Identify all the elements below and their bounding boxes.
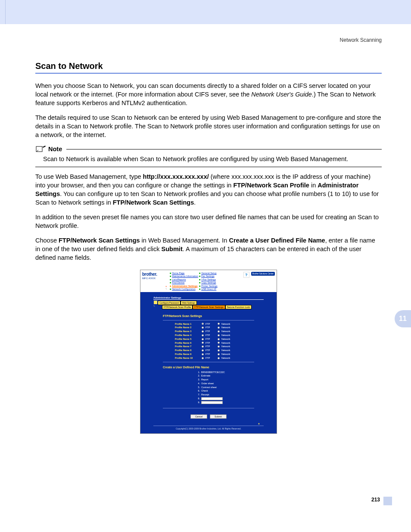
filename-number: 3. <box>196 378 200 382</box>
ftp-radio[interactable] <box>202 338 204 340</box>
network-radio[interactable] <box>218 323 220 325</box>
ftp-radio[interactable] <box>202 327 204 329</box>
chapter-tab: 11 <box>395 310 411 327</box>
nav-link[interactable]: Copy Settings <box>201 281 216 284</box>
paragraph-4: In addition to the seven preset file nam… <box>35 213 382 230</box>
nav-link[interactable]: USB Direct I/F <box>201 288 216 291</box>
nav-link[interactable]: Lists/Reports <box>172 278 186 281</box>
nav-link[interactable]: Administrator Settings <box>172 285 197 288</box>
ftp-radio[interactable] <box>202 353 204 355</box>
paragraph-3: To use Web Based Management, type http:/… <box>35 172 382 207</box>
network-radio[interactable] <box>218 334 220 336</box>
submit-button[interactable]: Submit <box>210 414 227 419</box>
bullet-icon: ■ <box>199 281 200 284</box>
copyright-footer: Copyright(C) 2000-2009 Brother Industrie… <box>153 426 264 430</box>
page-number-accent <box>383 497 392 505</box>
paragraph-2: The details required to use Scan to Netw… <box>35 113 382 139</box>
tab[interactable]: Configure Password <box>158 301 181 305</box>
profile-name-label: Profile Name 5 <box>175 337 200 341</box>
web-management-screenshot: brother. MFC-XXXX ■Home Page■Maintenance… <box>140 270 277 434</box>
profile-name-label: Profile Name 3 <box>175 330 200 333</box>
nav-link[interactable]: Maintenance Information <box>172 275 198 278</box>
nav-link[interactable]: I-Fax Settings <box>201 278 216 281</box>
user-filename-input[interactable] <box>201 401 223 404</box>
nav-link[interactable]: Home Page <box>172 272 184 275</box>
preset-filename: Estimate <box>201 374 210 378</box>
bullet-icon: ■ <box>199 288 200 291</box>
network-radio[interactable] <box>218 357 220 359</box>
preset-filename: Contract sheet <box>201 386 217 389</box>
admin-settings-heading: Administrator Settings <box>153 296 264 300</box>
network-radio-label: Network <box>221 337 230 341</box>
ftp-radio[interactable] <box>202 323 204 325</box>
network-radio[interactable] <box>218 349 220 352</box>
network-radio[interactable] <box>218 338 220 340</box>
profile-name-label: Profile Name 6 <box>175 341 200 345</box>
cancel-button[interactable]: Cancel <box>190 414 207 419</box>
ftp-radio-label: FTP <box>206 326 216 330</box>
tree-icon <box>153 301 158 304</box>
sub-tab[interactable]: Secure Function Lock <box>225 305 252 309</box>
bullet-icon: ■ <box>199 275 200 278</box>
profile-name-label: Profile Name 7 <box>175 345 200 348</box>
bullet-icon: ■ <box>170 281 171 284</box>
brother-logo: brother. <box>142 272 165 277</box>
bullet-icon: ■ <box>199 272 200 275</box>
network-radio[interactable] <box>218 345 220 348</box>
filename-number: 4. <box>196 382 200 386</box>
note-title: Note <box>48 146 65 152</box>
note-block: Note Scan to Network is available when S… <box>35 145 382 167</box>
profile-name-label: Profile Name 9 <box>175 352 200 356</box>
tab[interactable]: Web Settings <box>181 301 197 305</box>
network-radio-label: Network <box>221 322 230 326</box>
nav-link[interactable]: General Setup <box>201 272 216 275</box>
filename-number: 6. <box>196 389 200 393</box>
ftp-radio[interactable] <box>202 349 204 352</box>
ftp-radio[interactable] <box>202 357 204 359</box>
network-radio-label: Network <box>221 330 230 333</box>
preset-filename: BRN0080077CEC22C <box>201 370 225 374</box>
sub-tab[interactable]: FTP/Network Scan Profile <box>162 305 193 309</box>
network-radio-label: Network <box>221 356 230 360</box>
preset-filename: Order sheet <box>201 382 214 386</box>
bullet-icon: ■ <box>170 278 171 281</box>
network-radio-label: Network <box>221 333 230 337</box>
scroll-top-icon[interactable]: ▲ <box>153 422 260 425</box>
nav-link[interactable]: Printer Settings <box>201 285 218 288</box>
network-radio[interactable] <box>218 353 220 355</box>
page-title: Scan to Network <box>35 61 382 71</box>
bullet-icon: ■ <box>170 285 171 288</box>
profile-name-label: Profile Name 10 <box>175 356 200 360</box>
bullet-icon: ■ <box>170 272 171 275</box>
ftp-radio-label: FTP <box>206 356 216 360</box>
sub-tab[interactable]: FTP/Network Scan Settings <box>193 305 225 309</box>
ftp-radio[interactable] <box>202 342 204 344</box>
bullet-icon: ■ <box>199 285 200 288</box>
ftp-radio[interactable] <box>202 330 204 333</box>
ftp-radio[interactable] <box>202 334 204 336</box>
network-radio-label: Network <box>221 348 230 352</box>
user-filename-input[interactable] <box>201 397 223 400</box>
filename-number: 9. <box>196 401 200 404</box>
help-icon[interactable]: ? <box>243 272 249 278</box>
filename-number: 2. <box>196 374 200 378</box>
nav-link[interactable]: Network Configuration <box>172 288 195 291</box>
profile-name-label: Profile Name 8 <box>175 348 200 352</box>
running-header: Network Scanning <box>35 37 382 43</box>
title-rule <box>35 73 382 74</box>
svg-rect-1 <box>154 301 157 304</box>
network-radio-label: Network <box>221 326 230 330</box>
solutions-center-button[interactable]: Brother Solutions Center <box>251 272 275 276</box>
network-radio[interactable] <box>218 327 220 329</box>
top-band <box>0 0 411 24</box>
create-filename-heading: Create a User Defined File Name <box>163 366 264 369</box>
ftp-radio[interactable] <box>202 345 204 348</box>
ftp-radio-label: FTP <box>206 330 216 333</box>
paragraph-1: When you choose Scan to Network, you can… <box>35 81 382 107</box>
profile-name-label: Profile Name 2 <box>175 326 200 330</box>
network-radio[interactable] <box>218 342 220 344</box>
nav-link[interactable]: Fax Settings <box>201 275 215 278</box>
network-radio[interactable] <box>218 330 220 333</box>
ftp-radio-label: FTP <box>206 341 216 345</box>
nav-link[interactable]: Find Device <box>172 281 184 284</box>
